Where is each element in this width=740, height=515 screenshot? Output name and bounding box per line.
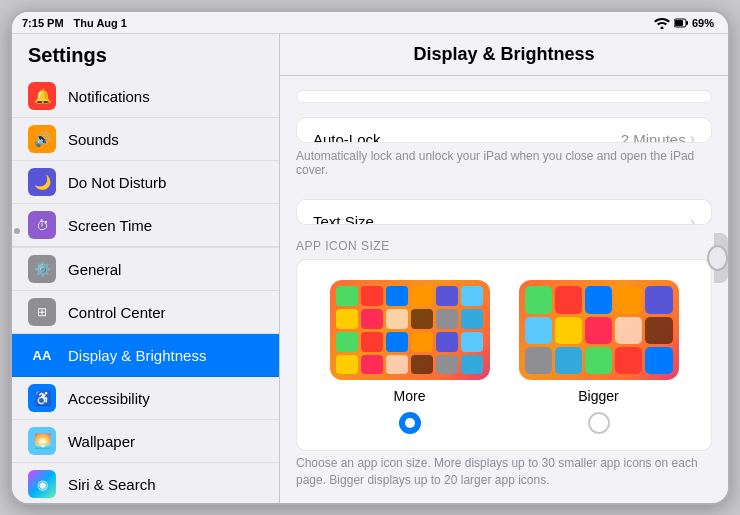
sidebar-item-screen-time-label: Screen Time [68,217,152,234]
sidebar-item-sounds-label: Sounds [68,131,119,148]
sidebar-item-control-center-label: Control Center [68,304,166,321]
home-circle [707,245,728,271]
auto-lock-chevron-icon: › [690,130,695,143]
icon-size-options: More [307,270,701,440]
night-shift-row[interactable]: Night Shift Off › [297,91,711,103]
home-button[interactable] [714,233,728,283]
sidebar: Settings 🔔 Notifications 🔊 Sounds [12,34,280,503]
svg-point-0 [660,26,663,29]
more-grid-preview [330,280,490,380]
sidebar-item-notifications-label: Notifications [68,88,150,105]
svg-rect-3 [675,20,683,26]
status-right: 69% [654,17,714,29]
more-label: More [394,388,426,404]
sidebar-item-notifications[interactable]: 🔔 Notifications [12,75,279,118]
bottom-text: Choose an app icon size. More displays u… [280,451,728,503]
sidebar-item-siri-label: Siri & Search [68,476,156,493]
auto-lock-row[interactable]: Auto-Lock 2 Minutes › [297,118,711,143]
auto-lock-value: 2 Minutes [621,131,686,143]
right-panel: Display & Brightness Night Shift Off › A… [280,34,728,503]
bigger-grid-preview [519,280,679,380]
accessibility-icon: ♿ [28,384,56,412]
sidebar-item-do-not-disturb-label: Do Not Disturb [68,174,166,191]
main-content: Settings 🔔 Notifications 🔊 Sounds [12,34,728,503]
bigger-label: Bigger [578,388,618,404]
sidebar-item-accessibility[interactable]: ♿ Accessibility [12,377,279,420]
lock-unlock-subtext: Automatically lock and unlock your iPad … [280,143,728,185]
siri-icon: ◉ [28,470,56,498]
bigger-radio[interactable] [588,412,610,434]
do-not-disturb-icon: 🌙 [28,168,56,196]
icon-size-section: More [296,259,712,451]
settings-group-text: Text Size › Bold Text [296,199,712,225]
screen-time-icon: ⏱ [28,211,56,239]
text-size-row[interactable]: Text Size › [297,200,711,225]
sidebar-item-screen-time[interactable]: ⏱ Screen Time [12,204,279,247]
sidebar-item-siri-search[interactable]: ◉ Siri & Search [12,463,279,503]
sidebar-item-general-label: General [68,261,121,278]
general-icon: ⚙️ [28,255,56,283]
auto-lock-label: Auto-Lock [313,131,621,143]
icon-size-more[interactable]: More [323,280,496,434]
sidebar-item-wallpaper-label: Wallpaper [68,433,135,450]
sidebar-item-general[interactable]: ⚙️ General [12,248,279,291]
sidebar-group-1: 🔔 Notifications 🔊 Sounds 🌙 Do Not Distur… [12,75,279,247]
sidebar-item-display-brightness[interactable]: AA Display & Brightness [12,334,279,377]
sidebar-item-sounds[interactable]: 🔊 Sounds [12,118,279,161]
side-dot [14,228,20,234]
sidebar-item-display-brightness-label: Display & Brightness [68,347,206,364]
home-button-area [714,233,728,283]
sidebar-item-do-not-disturb[interactable]: 🌙 Do Not Disturb [12,161,279,204]
sidebar-group-2: ⚙️ General ⊞ Control Center AA Display &… [12,248,279,503]
icon-size-bigger[interactable]: Bigger [512,280,685,434]
battery-pct: 69% [692,17,714,29]
sidebar-item-wallpaper[interactable]: 🌅 Wallpaper [12,420,279,463]
notifications-icon: 🔔 [28,82,56,110]
display-brightness-icon: AA [28,341,56,369]
sidebar-item-control-center[interactable]: ⊞ Control Center [12,291,279,334]
battery-icon [674,17,688,29]
status-left: 7:15 PM Thu Aug 1 [22,17,127,29]
text-size-chevron-icon: › [690,213,695,226]
settings-group-autolock: Auto-Lock 2 Minutes › Lock / Unlock [296,117,712,143]
sounds-icon: 🔊 [28,125,56,153]
wallpaper-icon: 🌅 [28,427,56,455]
more-radio[interactable] [399,412,421,434]
sidebar-title: Settings [12,34,279,75]
app-icon-size-label: APP ICON SIZE [280,225,728,259]
time: 7:15 PM [22,17,64,29]
date: Thu Aug 1 [74,17,127,29]
ipad-frame: 7:15 PM Thu Aug 1 69% Settings [10,10,730,505]
wifi-icon [654,17,670,29]
sidebar-item-accessibility-label: Accessibility [68,390,150,407]
text-size-label: Text Size [313,213,690,225]
right-panel-title: Display & Brightness [280,34,728,76]
settings-group-night-shift: Night Shift Off › [296,90,712,103]
status-bar: 7:15 PM Thu Aug 1 69% [12,12,728,34]
svg-rect-2 [686,21,688,25]
radio-inner [405,418,415,428]
control-center-icon: ⊞ [28,298,56,326]
